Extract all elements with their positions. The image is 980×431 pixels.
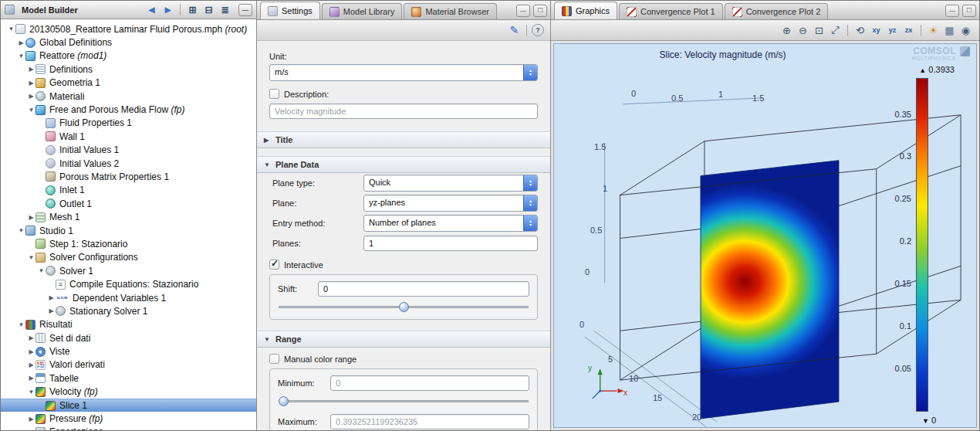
tree-item[interactable]: Global Definitions xyxy=(1,36,256,49)
tab-model-library[interactable]: Model Library xyxy=(322,3,403,19)
collapse-all-icon[interactable] xyxy=(201,3,216,17)
tree-item[interactable]: Risultati xyxy=(1,318,256,331)
slider-handle[interactable] xyxy=(399,302,409,312)
disclosure-closed-icon[interactable] xyxy=(47,294,56,301)
disclosure-open-icon[interactable] xyxy=(27,254,35,261)
disclosure-open-icon[interactable] xyxy=(17,227,25,234)
tab-graphics[interactable]: Graphics xyxy=(554,2,617,19)
tab-convergence-plot-2[interactable]: Convergence Plot 2 xyxy=(725,3,829,19)
default-3d-view-icon[interactable] xyxy=(853,23,867,37)
help-icon[interactable] xyxy=(532,24,544,36)
tree-item[interactable]: Fluid Properties 1 xyxy=(1,117,256,130)
tree-item[interactable]: Slice 1 xyxy=(1,399,256,412)
tree-item[interactable]: Dependent Variables 1 xyxy=(1,291,256,304)
disclosure-closed-icon[interactable] xyxy=(27,361,35,368)
maximum-input[interactable] xyxy=(330,414,529,429)
section-range[interactable]: Range xyxy=(257,331,550,348)
tree-item[interactable]: 20130508_Reattore Laminar Fluid Porous.m… xyxy=(1,22,256,36)
disclosure-closed-icon[interactable] xyxy=(47,307,56,314)
disclosure-open-icon[interactable] xyxy=(7,25,15,32)
tree-item[interactable]: Initial Values 1 xyxy=(1,144,256,157)
image-snapshot-icon[interactable] xyxy=(942,23,957,37)
disclosure-closed-icon[interactable] xyxy=(27,375,35,382)
tree-item[interactable]: Velocity (fp) xyxy=(1,385,256,399)
nav-back-icon[interactable] xyxy=(144,3,159,17)
tree-item[interactable]: Set di dati xyxy=(1,331,256,344)
tree-item[interactable]: Mesh 1 xyxy=(1,210,256,223)
entry-method-select[interactable]: Number of planes xyxy=(363,215,538,232)
tree-options-icon[interactable] xyxy=(218,3,232,17)
tree-item[interactable]: Wall 1 xyxy=(1,130,256,143)
zoom-in-icon[interactable] xyxy=(779,23,794,37)
tree-item[interactable]: Solver 1 xyxy=(1,264,256,277)
disclosure-closed-icon[interactable] xyxy=(27,429,35,430)
disclosure-closed-icon[interactable] xyxy=(27,80,35,87)
maximize-button[interactable] xyxy=(962,5,976,17)
tree-item[interactable]: Esportazione xyxy=(1,426,256,430)
view-zx-icon[interactable] xyxy=(901,23,916,37)
camera-icon[interactable] xyxy=(958,23,973,37)
disclosure-closed-icon[interactable] xyxy=(27,214,35,221)
tab-convergence-plot-1[interactable]: Convergence Plot 1 xyxy=(619,3,723,19)
view-yz-icon[interactable] xyxy=(885,23,900,37)
description-input[interactable] xyxy=(269,104,538,119)
graphics-canvas[interactable]: Slice: Velocity magnitude (m/s) COMSOL M… xyxy=(553,43,977,428)
minimum-input[interactable] xyxy=(330,375,529,391)
tree-item[interactable]: Reattore (mod1) xyxy=(1,49,256,63)
tab-material-browser[interactable]: Material Browser xyxy=(404,3,497,19)
view-xy-icon[interactable] xyxy=(869,23,884,37)
maximize-button[interactable] xyxy=(533,5,547,17)
section-title[interactable]: Title xyxy=(257,131,550,148)
tree-item[interactable]: Pressure (fp) xyxy=(1,412,256,425)
tree-item[interactable]: Studio 1 xyxy=(1,224,256,237)
unit-select[interactable]: m/s xyxy=(269,64,538,81)
tree-item[interactable]: Solver Configurations xyxy=(1,251,256,264)
tree-item[interactable]: Initial Values 2 xyxy=(1,157,256,170)
tree-item[interactable]: Stationary Solver 1 xyxy=(1,304,256,317)
slider-handle[interactable] xyxy=(279,396,289,406)
disclosure-closed-icon[interactable] xyxy=(27,416,35,423)
tree-item[interactable]: Compile Equations: Stazionario xyxy=(1,277,256,290)
panel-minimize-button[interactable] xyxy=(238,4,252,16)
plane-select[interactable]: yz-planes xyxy=(363,195,538,212)
zoom-box-icon[interactable] xyxy=(812,23,826,37)
plot-brush-icon[interactable] xyxy=(507,23,522,37)
disclosure-open-icon[interactable] xyxy=(17,53,25,59)
disclosure-closed-icon[interactable] xyxy=(27,334,35,341)
planes-input[interactable] xyxy=(363,236,538,251)
tree-item[interactable]: Geometria 1 xyxy=(1,76,256,90)
tree-item[interactable]: Free and Porous Media Flow (fp) xyxy=(1,103,256,116)
shift-input[interactable] xyxy=(318,281,529,297)
description-checkbox[interactable] xyxy=(269,89,279,99)
disclosure-open-icon[interactable] xyxy=(27,389,35,395)
tab-settings[interactable]: Settings xyxy=(260,2,320,19)
interactive-checkbox[interactable] xyxy=(269,260,279,270)
disclosure-open-icon[interactable] xyxy=(27,107,35,114)
tree-item[interactable]: Materiali xyxy=(1,90,256,103)
plane-type-select[interactable]: Quick xyxy=(363,175,538,192)
minimize-button[interactable] xyxy=(945,5,959,17)
disclosure-closed-icon[interactable] xyxy=(17,39,25,46)
tree-item[interactable]: Outlet 1 xyxy=(1,197,256,210)
minimum-slider[interactable] xyxy=(278,396,529,406)
tree-item[interactable]: Porous Matrix Properties 1 xyxy=(1,170,256,183)
nav-forward-icon[interactable] xyxy=(161,3,175,17)
manual-color-range-checkbox[interactable] xyxy=(269,354,279,364)
tree-item[interactable]: Viste xyxy=(1,344,256,358)
minimize-button[interactable] xyxy=(516,5,530,17)
disclosure-closed-icon[interactable] xyxy=(27,348,35,355)
disclosure-open-icon[interactable] xyxy=(17,321,25,328)
zoom-extents-icon[interactable] xyxy=(828,23,843,37)
tree-item[interactable]: Step 1: Stazionario xyxy=(1,237,256,250)
tree-item[interactable]: Valori derivati xyxy=(1,358,256,372)
disclosure-closed-icon[interactable] xyxy=(27,93,35,100)
scene-light-icon[interactable] xyxy=(926,23,941,37)
disclosure-closed-icon[interactable] xyxy=(27,66,35,73)
disclosure-open-icon[interactable] xyxy=(37,267,46,274)
expand-all-icon[interactable] xyxy=(185,3,200,17)
section-plane-data[interactable]: Plane Data xyxy=(257,156,550,173)
shift-slider[interactable] xyxy=(278,302,529,312)
zoom-out-icon[interactable] xyxy=(796,23,810,37)
tree-item[interactable]: Inlet 1 xyxy=(1,184,256,197)
tree-item[interactable]: Definitions xyxy=(1,63,256,76)
